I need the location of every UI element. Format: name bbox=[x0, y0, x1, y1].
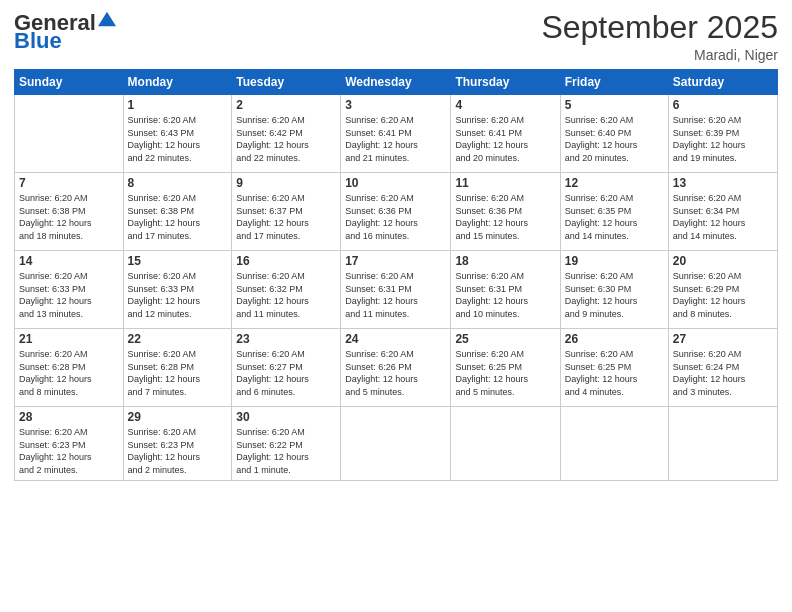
day-info: Sunrise: 6:20 AM Sunset: 6:31 PM Dayligh… bbox=[345, 270, 446, 320]
day-number: 4 bbox=[455, 98, 555, 112]
day-number: 16 bbox=[236, 254, 336, 268]
day-info: Sunrise: 6:20 AM Sunset: 6:35 PM Dayligh… bbox=[565, 192, 664, 242]
cell-2-5: 11Sunrise: 6:20 AM Sunset: 6:36 PM Dayli… bbox=[451, 173, 560, 251]
header-row: SundayMondayTuesdayWednesdayThursdayFrid… bbox=[15, 70, 778, 95]
day-number: 7 bbox=[19, 176, 119, 190]
day-info: Sunrise: 6:20 AM Sunset: 6:29 PM Dayligh… bbox=[673, 270, 773, 320]
day-number: 3 bbox=[345, 98, 446, 112]
day-number: 12 bbox=[565, 176, 664, 190]
day-info: Sunrise: 6:20 AM Sunset: 6:26 PM Dayligh… bbox=[345, 348, 446, 398]
cell-3-7: 20Sunrise: 6:20 AM Sunset: 6:29 PM Dayli… bbox=[668, 251, 777, 329]
day-info: Sunrise: 6:20 AM Sunset: 6:38 PM Dayligh… bbox=[19, 192, 119, 242]
logo-blue-text: Blue bbox=[14, 28, 62, 54]
day-info: Sunrise: 6:20 AM Sunset: 6:39 PM Dayligh… bbox=[673, 114, 773, 164]
cell-1-7: 6Sunrise: 6:20 AM Sunset: 6:39 PM Daylig… bbox=[668, 95, 777, 173]
day-number: 19 bbox=[565, 254, 664, 268]
col-header-monday: Monday bbox=[123, 70, 232, 95]
day-number: 18 bbox=[455, 254, 555, 268]
cell-4-1: 21Sunrise: 6:20 AM Sunset: 6:28 PM Dayli… bbox=[15, 329, 124, 407]
day-info: Sunrise: 6:20 AM Sunset: 6:31 PM Dayligh… bbox=[455, 270, 555, 320]
day-info: Sunrise: 6:20 AM Sunset: 6:28 PM Dayligh… bbox=[19, 348, 119, 398]
day-number: 5 bbox=[565, 98, 664, 112]
day-info: Sunrise: 6:20 AM Sunset: 6:24 PM Dayligh… bbox=[673, 348, 773, 398]
col-header-wednesday: Wednesday bbox=[341, 70, 451, 95]
cell-3-6: 19Sunrise: 6:20 AM Sunset: 6:30 PM Dayli… bbox=[560, 251, 668, 329]
day-info: Sunrise: 6:20 AM Sunset: 6:34 PM Dayligh… bbox=[673, 192, 773, 242]
week-row-1: 1Sunrise: 6:20 AM Sunset: 6:43 PM Daylig… bbox=[15, 95, 778, 173]
day-number: 30 bbox=[236, 410, 336, 424]
col-header-thursday: Thursday bbox=[451, 70, 560, 95]
day-info: Sunrise: 6:20 AM Sunset: 6:33 PM Dayligh… bbox=[128, 270, 228, 320]
cell-4-3: 23Sunrise: 6:20 AM Sunset: 6:27 PM Dayli… bbox=[232, 329, 341, 407]
day-info: Sunrise: 6:20 AM Sunset: 6:37 PM Dayligh… bbox=[236, 192, 336, 242]
day-info: Sunrise: 6:20 AM Sunset: 6:27 PM Dayligh… bbox=[236, 348, 336, 398]
day-number: 14 bbox=[19, 254, 119, 268]
day-number: 8 bbox=[128, 176, 228, 190]
col-header-friday: Friday bbox=[560, 70, 668, 95]
header: General Blue September 2025 Maradi, Nige… bbox=[14, 10, 778, 63]
day-info: Sunrise: 6:20 AM Sunset: 6:40 PM Dayligh… bbox=[565, 114, 664, 164]
week-row-3: 14Sunrise: 6:20 AM Sunset: 6:33 PM Dayli… bbox=[15, 251, 778, 329]
cell-1-2: 1Sunrise: 6:20 AM Sunset: 6:43 PM Daylig… bbox=[123, 95, 232, 173]
main-title: September 2025 bbox=[541, 10, 778, 45]
day-number: 28 bbox=[19, 410, 119, 424]
day-number: 22 bbox=[128, 332, 228, 346]
cell-5-6 bbox=[560, 407, 668, 480]
day-number: 2 bbox=[236, 98, 336, 112]
day-number: 1 bbox=[128, 98, 228, 112]
cell-2-3: 9Sunrise: 6:20 AM Sunset: 6:37 PM Daylig… bbox=[232, 173, 341, 251]
cell-4-6: 26Sunrise: 6:20 AM Sunset: 6:25 PM Dayli… bbox=[560, 329, 668, 407]
calendar-page: General Blue September 2025 Maradi, Nige… bbox=[0, 0, 792, 612]
day-info: Sunrise: 6:20 AM Sunset: 6:23 PM Dayligh… bbox=[19, 426, 119, 476]
day-number: 24 bbox=[345, 332, 446, 346]
day-info: Sunrise: 6:20 AM Sunset: 6:36 PM Dayligh… bbox=[345, 192, 446, 242]
title-section: September 2025 Maradi, Niger bbox=[541, 10, 778, 63]
cell-3-2: 15Sunrise: 6:20 AM Sunset: 6:33 PM Dayli… bbox=[123, 251, 232, 329]
cell-4-4: 24Sunrise: 6:20 AM Sunset: 6:26 PM Dayli… bbox=[341, 329, 451, 407]
day-info: Sunrise: 6:20 AM Sunset: 6:41 PM Dayligh… bbox=[455, 114, 555, 164]
day-info: Sunrise: 6:20 AM Sunset: 6:32 PM Dayligh… bbox=[236, 270, 336, 320]
day-number: 13 bbox=[673, 176, 773, 190]
day-info: Sunrise: 6:20 AM Sunset: 6:33 PM Dayligh… bbox=[19, 270, 119, 320]
cell-3-3: 16Sunrise: 6:20 AM Sunset: 6:32 PM Dayli… bbox=[232, 251, 341, 329]
cell-2-7: 13Sunrise: 6:20 AM Sunset: 6:34 PM Dayli… bbox=[668, 173, 777, 251]
day-info: Sunrise: 6:20 AM Sunset: 6:28 PM Dayligh… bbox=[128, 348, 228, 398]
day-info: Sunrise: 6:20 AM Sunset: 6:25 PM Dayligh… bbox=[455, 348, 555, 398]
week-row-5: 28Sunrise: 6:20 AM Sunset: 6:23 PM Dayli… bbox=[15, 407, 778, 480]
cell-2-6: 12Sunrise: 6:20 AM Sunset: 6:35 PM Dayli… bbox=[560, 173, 668, 251]
day-number: 10 bbox=[345, 176, 446, 190]
cell-2-1: 7Sunrise: 6:20 AM Sunset: 6:38 PM Daylig… bbox=[15, 173, 124, 251]
day-number: 29 bbox=[128, 410, 228, 424]
col-header-sunday: Sunday bbox=[15, 70, 124, 95]
logo-icon bbox=[98, 10, 116, 28]
day-info: Sunrise: 6:20 AM Sunset: 6:25 PM Dayligh… bbox=[565, 348, 664, 398]
day-number: 11 bbox=[455, 176, 555, 190]
day-number: 21 bbox=[19, 332, 119, 346]
day-info: Sunrise: 6:20 AM Sunset: 6:23 PM Dayligh… bbox=[128, 426, 228, 476]
day-info: Sunrise: 6:20 AM Sunset: 6:42 PM Dayligh… bbox=[236, 114, 336, 164]
logo: General Blue bbox=[14, 10, 116, 54]
day-number: 6 bbox=[673, 98, 773, 112]
col-header-saturday: Saturday bbox=[668, 70, 777, 95]
day-info: Sunrise: 6:20 AM Sunset: 6:22 PM Dayligh… bbox=[236, 426, 336, 476]
day-number: 26 bbox=[565, 332, 664, 346]
cell-1-3: 2Sunrise: 6:20 AM Sunset: 6:42 PM Daylig… bbox=[232, 95, 341, 173]
day-number: 27 bbox=[673, 332, 773, 346]
cell-2-2: 8Sunrise: 6:20 AM Sunset: 6:38 PM Daylig… bbox=[123, 173, 232, 251]
subtitle: Maradi, Niger bbox=[541, 47, 778, 63]
svg-marker-0 bbox=[98, 12, 116, 26]
cell-5-4 bbox=[341, 407, 451, 480]
cell-1-6: 5Sunrise: 6:20 AM Sunset: 6:40 PM Daylig… bbox=[560, 95, 668, 173]
day-info: Sunrise: 6:20 AM Sunset: 6:41 PM Dayligh… bbox=[345, 114, 446, 164]
cell-5-5 bbox=[451, 407, 560, 480]
week-row-2: 7Sunrise: 6:20 AM Sunset: 6:38 PM Daylig… bbox=[15, 173, 778, 251]
day-info: Sunrise: 6:20 AM Sunset: 6:43 PM Dayligh… bbox=[128, 114, 228, 164]
cell-4-5: 25Sunrise: 6:20 AM Sunset: 6:25 PM Dayli… bbox=[451, 329, 560, 407]
day-number: 17 bbox=[345, 254, 446, 268]
day-number: 9 bbox=[236, 176, 336, 190]
cell-1-1 bbox=[15, 95, 124, 173]
calendar-table: SundayMondayTuesdayWednesdayThursdayFrid… bbox=[14, 69, 778, 480]
day-number: 23 bbox=[236, 332, 336, 346]
col-header-tuesday: Tuesday bbox=[232, 70, 341, 95]
cell-3-4: 17Sunrise: 6:20 AM Sunset: 6:31 PM Dayli… bbox=[341, 251, 451, 329]
